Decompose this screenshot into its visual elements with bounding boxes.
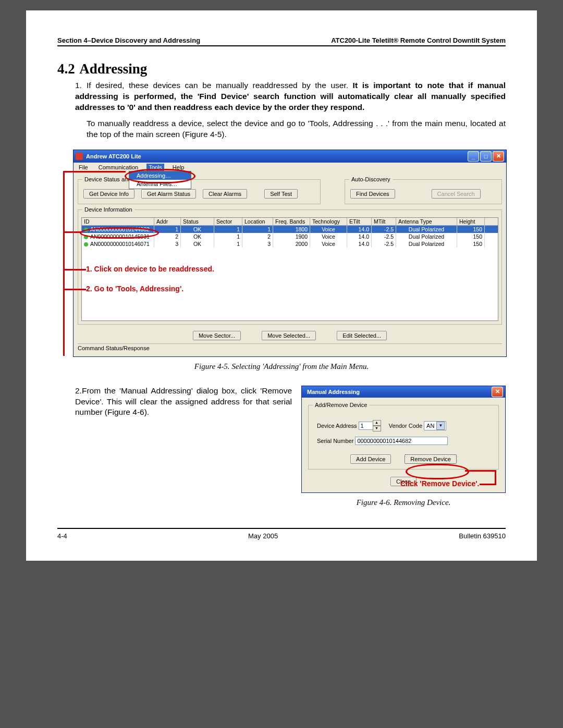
cell-tech: Voice (310, 240, 347, 248)
menu-file[interactable]: File (77, 164, 90, 171)
cell-status: OK (181, 233, 214, 240)
col-tech[interactable]: Technology (310, 218, 347, 225)
header-right: ATC200-Lite Teletilt® Remote Control Dow… (331, 36, 506, 44)
col-etilt[interactable]: ETilt (347, 218, 372, 225)
edit-selected-button[interactable]: Edit Selected... (337, 331, 387, 340)
cell-freq: 1900 (273, 233, 310, 240)
remove-device-button[interactable]: Remove Device (405, 454, 457, 464)
annotation-text-1: 1. Click on device to be readdressed. (86, 265, 214, 273)
device-address-input[interactable] (359, 422, 373, 430)
label-vendor-code: Vendor Code (389, 423, 422, 429)
status-dot-icon (84, 228, 88, 232)
menu-help[interactable]: Help (170, 164, 187, 171)
bottom-button-row: Move Sector... Move Selected... Edit Sel… (74, 331, 506, 340)
clear-alarms-button[interactable]: Clear Alarms (203, 189, 247, 199)
page-footer: 4-4 May 2005 Bulletin 639510 (57, 528, 506, 540)
move-selected-button[interactable]: Move Selected... (262, 331, 316, 340)
col-addr[interactable]: Addr (154, 218, 181, 225)
spin-up-icon[interactable]: ▲ (373, 420, 381, 426)
group-auto-discovery: Auto-Discovery Find Devices Cancel Searc… (345, 179, 502, 204)
cell-ant: Dual Polarized (396, 226, 457, 233)
cell-freq: 2000 (273, 240, 310, 248)
section-number: 4.2 (57, 61, 75, 77)
col-freq[interactable]: Freq. Bands (273, 218, 310, 225)
maximize-icon[interactable]: □ (480, 151, 492, 162)
cell-etilt: 14.0 (347, 240, 372, 248)
figure-4-6-caption: Figure 4-6. Removing Device. (301, 498, 506, 507)
col-location[interactable]: Location (242, 218, 273, 225)
add-device-button[interactable]: Add Device (350, 454, 391, 464)
dialog-title: Manual Addressing (307, 389, 491, 395)
dialog-close-icon[interactable]: ✕ (492, 387, 503, 397)
status-dot-icon (84, 242, 88, 246)
col-sector[interactable]: Sector (214, 218, 242, 225)
vendor-code-select[interactable]: AN ▼ (424, 421, 446, 430)
self-test-button[interactable]: Self Test (264, 189, 298, 199)
cell-loc: 1 (242, 226, 273, 233)
col-height[interactable]: Height (457, 218, 485, 225)
legend-add-remove: Add/Remove Device (313, 402, 369, 408)
legend-auto-discovery: Auto-Discovery (349, 176, 393, 182)
annotation-text-remove: Click 'Remove Device'. (400, 479, 479, 488)
annotation-line-top (63, 171, 126, 172)
list-number-2: 2. (75, 386, 82, 395)
minimize-icon[interactable]: _ (468, 151, 479, 162)
cell-sector: 1 (214, 240, 242, 248)
cell-sector: 1 (214, 233, 242, 240)
cell-tech: Voice (310, 233, 347, 240)
get-alarm-status-button[interactable]: Get Alarm Status (141, 189, 196, 199)
cell-ant: Dual Polarized (396, 240, 457, 248)
device-address-stepper[interactable]: ▲▼ (359, 420, 381, 431)
list-number-1: 1. (75, 80, 87, 91)
dialog-button-row: Add Device Remove Device (317, 454, 490, 464)
cell-sector: 1 (214, 226, 242, 233)
serial-number-row: Serial Number (317, 437, 490, 445)
menuitem-antenna-files[interactable]: Antenna Files… (129, 180, 191, 189)
window-title: Andrew ATC200 Lite (86, 153, 467, 159)
status-dot-icon (84, 235, 88, 239)
col-antenna[interactable]: Antenna Type (396, 218, 457, 225)
cell-etilt: 14.0 (347, 226, 372, 233)
section-name: Addressing (79, 61, 147, 77)
footer-center: May 2005 (248, 532, 278, 540)
table-row[interactable]: AN00000000010146071 3 OK 1 3 2000 Voice … (82, 240, 498, 248)
cell-h: 150 (457, 240, 485, 248)
footer-left: 4-4 (57, 532, 67, 540)
grid-header: ID Addr Status Sector Location Freq. Ban… (82, 218, 498, 226)
cell-mtilt: -2.5 (372, 233, 396, 240)
group-device-status: Device Status and Alarms Get Device Info… (78, 179, 321, 204)
menu-communication[interactable]: Communication (96, 164, 140, 171)
titlebar[interactable]: Andrew ATC200 Lite _ □ ✕ (74, 150, 506, 163)
figure-4-5-caption: Figure 4-5. Selecting 'Addressing' from … (57, 362, 506, 371)
section-title: 4.2 Addressing (57, 61, 506, 77)
cell-status: OK (181, 226, 214, 233)
label-device-address: Device Address (317, 423, 357, 429)
para2-text: From the 'Manual Addressing' dialog box,… (75, 386, 292, 417)
cell-h: 150 (457, 233, 485, 240)
col-id[interactable]: ID (82, 218, 154, 225)
find-devices-button[interactable]: Find Devices (350, 189, 395, 199)
group-add-remove-device: Add/Remove Device Device Address ▲▼ Vend… (308, 405, 499, 470)
menuitem-addressing[interactable]: Addressing… (129, 171, 191, 180)
cell-mtilt: -2.5 (372, 240, 396, 248)
menu-tools[interactable]: Tools (146, 164, 164, 171)
table-row[interactable]: AN00000000010144682 1 OK 1 1 1800 Voice … (82, 226, 498, 233)
page: Section 4–Device Discovery and Addressin… (26, 10, 537, 561)
page-header: Section 4–Device Discovery and Addressin… (57, 36, 506, 46)
move-sector-button[interactable]: Move Sector... (193, 331, 241, 340)
cell-h: 150 (457, 226, 485, 233)
cell-ant: Dual Polarized (396, 233, 457, 240)
serial-number-input[interactable] (355, 437, 448, 445)
col-status[interactable]: Status (181, 218, 214, 225)
legend-device-information: Device Information (82, 206, 134, 213)
table-row[interactable]: AN00000000010145931 2 OK 1 2 1900 Voice … (82, 233, 498, 240)
cell-loc: 3 (242, 240, 273, 248)
col-mtilt[interactable]: MTilt (372, 218, 396, 225)
dialog-titlebar[interactable]: Manual Addressing ✕ (302, 386, 505, 398)
cancel-search-button[interactable]: Cancel Search (432, 189, 481, 199)
close-icon[interactable]: ✕ (493, 151, 504, 162)
dropdown-arrow-icon[interactable]: ▼ (436, 422, 445, 430)
get-device-info-button[interactable]: Get Device Info (83, 189, 134, 199)
menubar: File Communication Tools Help (74, 163, 506, 171)
spin-down-icon[interactable]: ▼ (373, 426, 381, 431)
